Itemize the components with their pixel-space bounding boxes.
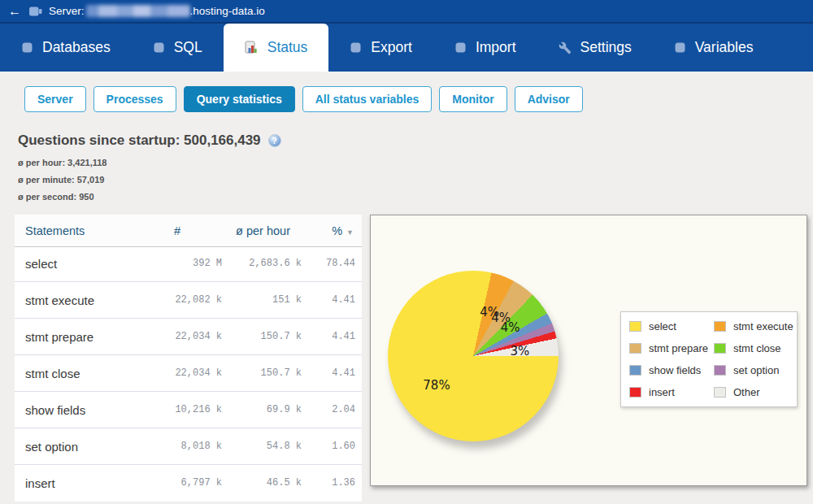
column-header-ø-per-hour[interactable]: ø per hour	[222, 224, 303, 237]
query-statistics-pie-chart: selectstmt executestmt preparestmt close…	[370, 215, 807, 486]
legend-item-insert: insert	[624, 384, 709, 401]
server-domain: .hosting-data.io	[190, 5, 265, 17]
table-row: stmt close22,034 k150.7 k4.41	[15, 357, 362, 389]
statement-name: select	[15, 257, 133, 271]
sql-icon	[153, 41, 165, 54]
subnav-button-all-status-variables[interactable]: All status variables	[302, 86, 433, 112]
statement-count: 6,797 k	[133, 477, 222, 489]
server-icon	[28, 6, 42, 17]
average-stats: ø per hour: 3,421,118ø per minute: 57,01…	[18, 154, 813, 206]
statement-per-hour: 150.7 k	[222, 331, 303, 342]
statement-per-hour: 69.9 k	[222, 404, 303, 415]
statement-percent: 1.36	[303, 477, 362, 489]
tab-label: Import	[476, 39, 516, 56]
statement-count: 392 M	[133, 258, 222, 269]
subnav-button-server[interactable]: Server	[24, 86, 86, 112]
row-separator	[15, 463, 362, 467]
row-separator	[15, 426, 362, 430]
variables-icon	[674, 41, 686, 54]
table-row: set option8,018 k54.8 k1.60	[15, 430, 362, 463]
table-row: show fields10,216 k69.9 k2.04	[15, 393, 362, 426]
average-stat-line: ø per second: 950	[18, 189, 813, 206]
subnav-button-advisor[interactable]: Advisor	[515, 86, 583, 112]
legend-item-set-option: set option	[709, 362, 793, 379]
statement-name: stmt prepare	[15, 330, 133, 344]
server-label: Server:	[49, 5, 85, 17]
row-separator	[15, 389, 362, 393]
status-icon	[245, 41, 259, 54]
statement-name: stmt close	[15, 367, 133, 380]
legend-label: stmt execute	[733, 320, 793, 332]
legend-label: stmt prepare	[649, 342, 708, 354]
questions-heading-text: Questions since startup: 500,166,439	[18, 133, 261, 149]
statement-count: 22,082 k	[133, 294, 222, 306]
tab-label: Settings	[580, 39, 632, 56]
column-header-statements[interactable]: Statements	[15, 224, 133, 237]
average-stat-line: ø per hour: 3,421,118	[18, 154, 813, 172]
statement-percent: 4.41	[303, 294, 362, 306]
statement-percent: 4.41	[303, 367, 362, 379]
table-row: insert6,797 k46.5 k1.36	[15, 467, 362, 499]
databases-icon	[21, 41, 33, 54]
pie-chart-canvas	[388, 271, 559, 441]
tab-label: Export	[371, 39, 412, 56]
statement-name: insert	[15, 476, 133, 490]
legend-swatch-insert	[629, 387, 641, 398]
legend-item-stmt-execute: stmt execute	[709, 318, 793, 335]
legend-item-stmt-close: stmt close	[709, 340, 793, 357]
statement-per-hour: 2,683.6 k	[222, 258, 303, 269]
statement-percent: 1.60	[303, 441, 362, 452]
statement-percent: 78.44	[303, 258, 362, 269]
legend-item-select: select	[624, 318, 709, 335]
statement-count: 10,216 k	[133, 404, 222, 415]
statement-per-hour: 151 k	[222, 294, 303, 306]
tab-databases[interactable]: Databases	[0, 24, 132, 72]
legend-swatch-select	[629, 321, 641, 332]
tab-settings[interactable]: Settings	[537, 24, 653, 72]
back-arrow-icon[interactable]: ←	[8, 5, 21, 18]
statement-name: set option	[15, 440, 133, 454]
legend-item-show-fields: show fields	[624, 362, 709, 379]
tab-label: Databases	[42, 39, 111, 56]
statement-count: 8,018 k	[133, 441, 222, 452]
tab-export[interactable]: Export	[328, 24, 433, 72]
tab-label: Status	[267, 39, 308, 56]
subnav-button-processes[interactable]: Processes	[93, 86, 176, 112]
average-stat-line: ø per minute: 57,019	[18, 172, 813, 189]
subnav-button-query-statistics[interactable]: Query statistics	[184, 86, 295, 112]
help-icon[interactable]: ?	[268, 134, 281, 147]
legend-label: stmt close	[733, 342, 781, 354]
tab-label: SQL	[174, 39, 202, 56]
pie-slice-label-other: 3%	[511, 344, 530, 358]
import-icon	[454, 41, 467, 54]
topbar: ← Server: .hosting-data.io	[0, 0, 813, 22]
settings-wrench-icon	[559, 41, 572, 54]
row-separator	[15, 353, 362, 357]
statement-percent: 2.04	[303, 404, 362, 415]
tab-variables[interactable]: Variables	[653, 24, 775, 72]
column-header-count[interactable]: #	[133, 224, 222, 237]
tab-import[interactable]: Import	[433, 24, 537, 72]
pie-slice-label-select: 78%	[423, 378, 450, 393]
table-row: select392 M2,683.6 k78.44	[15, 247, 362, 280]
legend-swatch-stmt-prepare	[629, 343, 641, 354]
legend-swatch-set-option	[714, 365, 726, 376]
status-subnav: ServerProcessesQuery statisticsAll statu…	[0, 72, 813, 112]
tab-sql[interactable]: SQL	[132, 24, 224, 72]
server-name-redacted	[86, 5, 190, 17]
table-header-row: Statements#ø per hour%▼	[15, 215, 362, 247]
tab-label: Variables	[695, 39, 754, 56]
questions-heading: Questions since startup: 500,166,439 ?	[18, 133, 813, 149]
sort-descending-icon: ▼	[346, 228, 354, 237]
tab-status[interactable]: Status	[224, 24, 329, 72]
legend-label: insert	[649, 386, 675, 398]
content-area: Statements#ø per hour%▼select392 M2,683.…	[15, 215, 813, 502]
table-row: stmt prepare22,034 k150.7 k4.41	[15, 320, 362, 353]
column-header-%[interactable]: %▼	[303, 224, 362, 237]
subnav-button-monitor[interactable]: Monitor	[439, 86, 506, 112]
table-row: stmt execute22,082 k151 k4.41	[15, 284, 362, 316]
legend-label: set option	[733, 364, 779, 376]
statement-per-hour: 46.5 k	[222, 477, 303, 489]
row-separator	[15, 280, 362, 284]
legend-label: show fields	[649, 364, 701, 376]
